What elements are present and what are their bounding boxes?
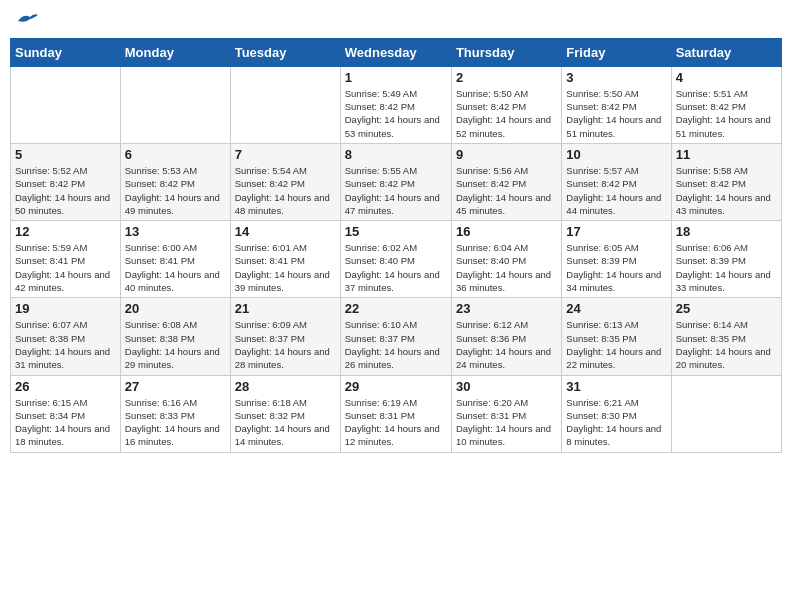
day-info: Sunrise: 5:57 AM Sunset: 8:42 PM Dayligh… bbox=[566, 164, 666, 217]
calendar-week-row: 12Sunrise: 5:59 AM Sunset: 8:41 PM Dayli… bbox=[11, 221, 782, 298]
day-info: Sunrise: 6:21 AM Sunset: 8:30 PM Dayligh… bbox=[566, 396, 666, 449]
day-number: 14 bbox=[235, 224, 336, 239]
logo-bird-icon bbox=[16, 10, 38, 30]
calendar-day-cell bbox=[671, 375, 781, 452]
calendar-day-cell: 14Sunrise: 6:01 AM Sunset: 8:41 PM Dayli… bbox=[230, 221, 340, 298]
calendar-table: SundayMondayTuesdayWednesdayThursdayFrid… bbox=[10, 38, 782, 453]
day-info: Sunrise: 6:15 AM Sunset: 8:34 PM Dayligh… bbox=[15, 396, 116, 449]
logo bbox=[14, 10, 38, 30]
day-of-week-header: Wednesday bbox=[340, 38, 451, 66]
day-of-week-header: Friday bbox=[562, 38, 671, 66]
calendar-day-cell: 20Sunrise: 6:08 AM Sunset: 8:38 PM Dayli… bbox=[120, 298, 230, 375]
day-info: Sunrise: 5:54 AM Sunset: 8:42 PM Dayligh… bbox=[235, 164, 336, 217]
calendar-day-cell: 9Sunrise: 5:56 AM Sunset: 8:42 PM Daylig… bbox=[451, 143, 561, 220]
calendar-day-cell: 10Sunrise: 5:57 AM Sunset: 8:42 PM Dayli… bbox=[562, 143, 671, 220]
calendar-day-cell: 2Sunrise: 5:50 AM Sunset: 8:42 PM Daylig… bbox=[451, 66, 561, 143]
day-info: Sunrise: 5:50 AM Sunset: 8:42 PM Dayligh… bbox=[456, 87, 557, 140]
calendar-day-cell: 17Sunrise: 6:05 AM Sunset: 8:39 PM Dayli… bbox=[562, 221, 671, 298]
calendar-day-cell bbox=[230, 66, 340, 143]
calendar-day-cell: 3Sunrise: 5:50 AM Sunset: 8:42 PM Daylig… bbox=[562, 66, 671, 143]
day-info: Sunrise: 6:04 AM Sunset: 8:40 PM Dayligh… bbox=[456, 241, 557, 294]
day-number: 24 bbox=[566, 301, 666, 316]
day-info: Sunrise: 6:01 AM Sunset: 8:41 PM Dayligh… bbox=[235, 241, 336, 294]
day-info: Sunrise: 5:52 AM Sunset: 8:42 PM Dayligh… bbox=[15, 164, 116, 217]
day-info: Sunrise: 6:02 AM Sunset: 8:40 PM Dayligh… bbox=[345, 241, 447, 294]
calendar-day-cell: 28Sunrise: 6:18 AM Sunset: 8:32 PM Dayli… bbox=[230, 375, 340, 452]
calendar-day-cell: 23Sunrise: 6:12 AM Sunset: 8:36 PM Dayli… bbox=[451, 298, 561, 375]
day-info: Sunrise: 5:56 AM Sunset: 8:42 PM Dayligh… bbox=[456, 164, 557, 217]
calendar-day-cell: 11Sunrise: 5:58 AM Sunset: 8:42 PM Dayli… bbox=[671, 143, 781, 220]
day-info: Sunrise: 5:50 AM Sunset: 8:42 PM Dayligh… bbox=[566, 87, 666, 140]
calendar-day-cell: 8Sunrise: 5:55 AM Sunset: 8:42 PM Daylig… bbox=[340, 143, 451, 220]
day-info: Sunrise: 5:58 AM Sunset: 8:42 PM Dayligh… bbox=[676, 164, 777, 217]
day-number: 21 bbox=[235, 301, 336, 316]
day-number: 26 bbox=[15, 379, 116, 394]
day-number: 5 bbox=[15, 147, 116, 162]
day-of-week-header: Monday bbox=[120, 38, 230, 66]
day-number: 6 bbox=[125, 147, 226, 162]
calendar-day-cell: 25Sunrise: 6:14 AM Sunset: 8:35 PM Dayli… bbox=[671, 298, 781, 375]
day-number: 27 bbox=[125, 379, 226, 394]
calendar-day-cell: 24Sunrise: 6:13 AM Sunset: 8:35 PM Dayli… bbox=[562, 298, 671, 375]
day-number: 7 bbox=[235, 147, 336, 162]
day-info: Sunrise: 6:12 AM Sunset: 8:36 PM Dayligh… bbox=[456, 318, 557, 371]
day-number: 4 bbox=[676, 70, 777, 85]
day-of-week-header: Tuesday bbox=[230, 38, 340, 66]
day-number: 9 bbox=[456, 147, 557, 162]
day-number: 20 bbox=[125, 301, 226, 316]
day-info: Sunrise: 6:14 AM Sunset: 8:35 PM Dayligh… bbox=[676, 318, 777, 371]
day-number: 23 bbox=[456, 301, 557, 316]
day-number: 16 bbox=[456, 224, 557, 239]
calendar-week-row: 26Sunrise: 6:15 AM Sunset: 8:34 PM Dayli… bbox=[11, 375, 782, 452]
day-number: 12 bbox=[15, 224, 116, 239]
day-number: 15 bbox=[345, 224, 447, 239]
day-info: Sunrise: 6:10 AM Sunset: 8:37 PM Dayligh… bbox=[345, 318, 447, 371]
day-number: 10 bbox=[566, 147, 666, 162]
day-number: 19 bbox=[15, 301, 116, 316]
calendar-day-cell: 27Sunrise: 6:16 AM Sunset: 8:33 PM Dayli… bbox=[120, 375, 230, 452]
day-of-week-header: Thursday bbox=[451, 38, 561, 66]
calendar-day-cell: 30Sunrise: 6:20 AM Sunset: 8:31 PM Dayli… bbox=[451, 375, 561, 452]
calendar-week-row: 5Sunrise: 5:52 AM Sunset: 8:42 PM Daylig… bbox=[11, 143, 782, 220]
day-of-week-header: Saturday bbox=[671, 38, 781, 66]
calendar-day-cell: 16Sunrise: 6:04 AM Sunset: 8:40 PM Dayli… bbox=[451, 221, 561, 298]
day-info: Sunrise: 6:16 AM Sunset: 8:33 PM Dayligh… bbox=[125, 396, 226, 449]
calendar-day-cell: 4Sunrise: 5:51 AM Sunset: 8:42 PM Daylig… bbox=[671, 66, 781, 143]
day-info: Sunrise: 6:05 AM Sunset: 8:39 PM Dayligh… bbox=[566, 241, 666, 294]
calendar-day-cell: 21Sunrise: 6:09 AM Sunset: 8:37 PM Dayli… bbox=[230, 298, 340, 375]
day-info: Sunrise: 6:09 AM Sunset: 8:37 PM Dayligh… bbox=[235, 318, 336, 371]
day-info: Sunrise: 6:00 AM Sunset: 8:41 PM Dayligh… bbox=[125, 241, 226, 294]
calendar-day-cell: 19Sunrise: 6:07 AM Sunset: 8:38 PM Dayli… bbox=[11, 298, 121, 375]
day-number: 31 bbox=[566, 379, 666, 394]
day-info: Sunrise: 5:51 AM Sunset: 8:42 PM Dayligh… bbox=[676, 87, 777, 140]
day-number: 30 bbox=[456, 379, 557, 394]
day-number: 28 bbox=[235, 379, 336, 394]
day-info: Sunrise: 5:53 AM Sunset: 8:42 PM Dayligh… bbox=[125, 164, 226, 217]
day-info: Sunrise: 6:07 AM Sunset: 8:38 PM Dayligh… bbox=[15, 318, 116, 371]
calendar-day-cell: 18Sunrise: 6:06 AM Sunset: 8:39 PM Dayli… bbox=[671, 221, 781, 298]
day-info: Sunrise: 6:20 AM Sunset: 8:31 PM Dayligh… bbox=[456, 396, 557, 449]
calendar-week-row: 1Sunrise: 5:49 AM Sunset: 8:42 PM Daylig… bbox=[11, 66, 782, 143]
calendar-day-cell: 7Sunrise: 5:54 AM Sunset: 8:42 PM Daylig… bbox=[230, 143, 340, 220]
day-number: 2 bbox=[456, 70, 557, 85]
day-of-week-header: Sunday bbox=[11, 38, 121, 66]
calendar-day-cell: 13Sunrise: 6:00 AM Sunset: 8:41 PM Dayli… bbox=[120, 221, 230, 298]
day-number: 1 bbox=[345, 70, 447, 85]
calendar-day-cell: 29Sunrise: 6:19 AM Sunset: 8:31 PM Dayli… bbox=[340, 375, 451, 452]
calendar-day-cell: 15Sunrise: 6:02 AM Sunset: 8:40 PM Dayli… bbox=[340, 221, 451, 298]
logo-text bbox=[14, 10, 38, 30]
calendar-day-cell bbox=[120, 66, 230, 143]
day-number: 8 bbox=[345, 147, 447, 162]
day-info: Sunrise: 6:18 AM Sunset: 8:32 PM Dayligh… bbox=[235, 396, 336, 449]
day-number: 22 bbox=[345, 301, 447, 316]
calendar-week-row: 19Sunrise: 6:07 AM Sunset: 8:38 PM Dayli… bbox=[11, 298, 782, 375]
day-info: Sunrise: 6:08 AM Sunset: 8:38 PM Dayligh… bbox=[125, 318, 226, 371]
calendar-header-row: SundayMondayTuesdayWednesdayThursdayFrid… bbox=[11, 38, 782, 66]
day-number: 18 bbox=[676, 224, 777, 239]
calendar-day-cell: 22Sunrise: 6:10 AM Sunset: 8:37 PM Dayli… bbox=[340, 298, 451, 375]
page-header bbox=[10, 10, 782, 30]
calendar-day-cell: 26Sunrise: 6:15 AM Sunset: 8:34 PM Dayli… bbox=[11, 375, 121, 452]
calendar-day-cell: 6Sunrise: 5:53 AM Sunset: 8:42 PM Daylig… bbox=[120, 143, 230, 220]
day-info: Sunrise: 6:06 AM Sunset: 8:39 PM Dayligh… bbox=[676, 241, 777, 294]
calendar-day-cell: 31Sunrise: 6:21 AM Sunset: 8:30 PM Dayli… bbox=[562, 375, 671, 452]
